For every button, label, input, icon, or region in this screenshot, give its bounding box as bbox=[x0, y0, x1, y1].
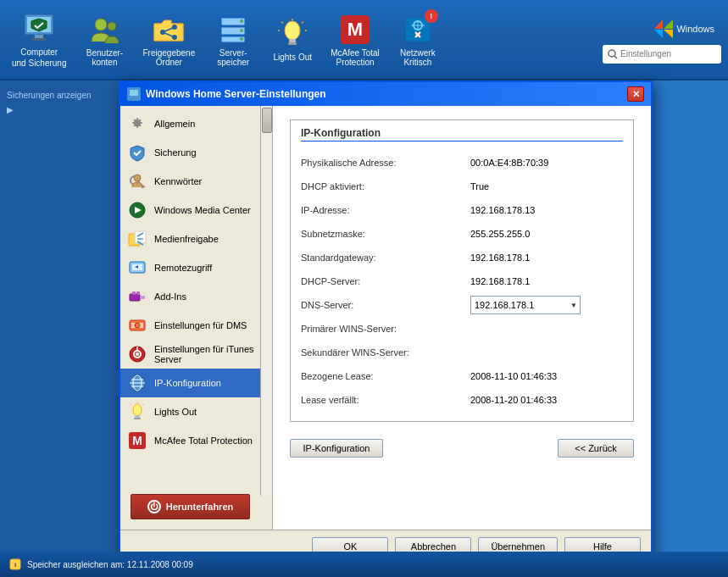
shutdown-label: Herunterfahren bbox=[166, 502, 233, 512]
left-panel-title[interactable]: Sicherungen anzeigen bbox=[3, 87, 115, 103]
dns-select[interactable]: 192.168.178.1 bbox=[470, 296, 581, 314]
back-button[interactable]: << Zurück bbox=[558, 439, 634, 458]
expand-arrow[interactable]: ▶ bbox=[3, 103, 115, 116]
field-gateway: Standardgateway: 192.168.178.1 bbox=[301, 248, 623, 267]
nav-sicherung-label: Sicherung bbox=[154, 147, 197, 158]
svg-line-35 bbox=[614, 56, 617, 58]
computer-icon bbox=[22, 11, 56, 45]
nav-item-remotezugriff[interactable]: Remotezugriff bbox=[120, 253, 272, 282]
nav-item-addins[interactable]: Add-Ins bbox=[120, 282, 272, 311]
nav-scrollbar[interactable] bbox=[260, 106, 272, 496]
plugin-icon bbox=[127, 286, 147, 307]
field-dns: DNS-Server: 192.168.178.1 bbox=[301, 296, 623, 314]
svg-text:M: M bbox=[347, 19, 363, 40]
svg-point-16 bbox=[240, 37, 243, 41]
nav-item-sicherung[interactable]: Sicherung bbox=[120, 138, 272, 167]
taskbar-top: Computer und Sicherung Benutzer-konten bbox=[0, 0, 728, 80]
search-bar[interactable] bbox=[603, 45, 721, 64]
svg-text:M: M bbox=[132, 434, 142, 447]
taskbar-item-freigabe[interactable]: FreigegebeneOrdner bbox=[135, 3, 204, 75]
content-buttons: IP-Konfiguration << Zurück bbox=[290, 439, 634, 458]
shutdown-icon: ⏻ bbox=[147, 500, 161, 513]
nav-item-itunes[interactable]: Einstellungen für iTunes Server bbox=[120, 340, 272, 369]
nav-item-medienfreigabe[interactable]: Medienfreigabe bbox=[120, 225, 272, 253]
label-lease-start: Bezogene Lease: bbox=[301, 371, 470, 381]
nav-addins-label: Add-Ins bbox=[154, 291, 186, 302]
ip-config-button[interactable]: IP-Konfiguration bbox=[290, 439, 383, 458]
dialog-close-button[interactable]: ✕ bbox=[627, 86, 644, 102]
svg-point-34 bbox=[609, 50, 615, 57]
svg-rect-37 bbox=[130, 90, 138, 96]
label-wins1: Primärer WINS-Server: bbox=[301, 324, 470, 334]
taskbar-benutzer-label: Benutzer-konten bbox=[86, 48, 123, 67]
nav-item-media[interactable]: Windows Media Center bbox=[120, 196, 272, 225]
dns-select-wrapper[interactable]: 192.168.178.1 bbox=[470, 296, 581, 314]
svg-rect-71 bbox=[134, 418, 141, 419]
status-text: Speicher ausgleichen am: 12.11.2008 00:0… bbox=[27, 560, 193, 569]
label-lease-end: Lease verfällt: bbox=[301, 395, 470, 405]
nav-item-mcafee[interactable]: M McAfee Total Protection bbox=[120, 426, 272, 455]
dialog-title: Windows Home Server-Einstellungen bbox=[146, 88, 326, 100]
lights-small-icon bbox=[127, 402, 147, 422]
field-subnet: Subnetzmaske: 255.255.255.0 bbox=[301, 225, 623, 243]
taskbar-item-computer[interactable]: Computer und Sicherung bbox=[3, 3, 75, 75]
nav-medienfreigabe-label: Medienfreigabe bbox=[154, 234, 219, 244]
search-icon bbox=[608, 49, 618, 59]
label-dhcpserver: DHCP-Server: bbox=[301, 276, 470, 286]
value-dhcpserver: 192.168.178.1 bbox=[470, 276, 530, 286]
label-gateway: Standardgateway: bbox=[301, 252, 470, 263]
taskbar-item-network[interactable]: ! NetzwerkKritisch bbox=[388, 3, 447, 75]
svg-line-21 bbox=[302, 22, 303, 23]
key-icon bbox=[127, 171, 147, 191]
network-badge: ! bbox=[425, 9, 438, 23]
svg-point-5 bbox=[108, 22, 116, 31]
svg-rect-53 bbox=[130, 294, 140, 301]
nav-ipconfig-label: IP-Konfiguration bbox=[154, 378, 221, 388]
taskbar-item-mcafee[interactable]: M McAfee TotalProtection bbox=[322, 3, 388, 75]
nav-itunes-label: Einstellungen für iTunes Server bbox=[154, 344, 265, 364]
label-physikalische: Physikalische Adresse: bbox=[301, 158, 470, 168]
nav-scrollbar-thumb[interactable] bbox=[262, 108, 272, 133]
value-subnet: 255.255.255.0 bbox=[470, 229, 530, 239]
taskbar-freigabe-label: FreigegebeneOrdner bbox=[143, 48, 196, 67]
nav-item-allgemein[interactable]: Allgemein bbox=[120, 109, 272, 138]
taskbar-item-benutzer[interactable]: Benutzer-konten bbox=[75, 3, 135, 75]
field-dhcpserver: DHCP-Server: 192.168.178.1 bbox=[301, 272, 623, 291]
svg-rect-19 bbox=[288, 42, 297, 45]
taskbar-item-network-wrap: ! NetzwerkKritisch bbox=[388, 3, 447, 75]
value-lease-end: 2008-11-20 01:46:33 bbox=[470, 395, 557, 405]
nav-kennwoerter-label: Kennwörter bbox=[154, 176, 202, 186]
svg-line-74 bbox=[131, 404, 131, 405]
taskbar-item-lights[interactable]: Lights Out bbox=[263, 3, 322, 75]
content-panel: IP-Konfiguration Physikalische Adresse: … bbox=[273, 106, 651, 530]
nav-item-dms[interactable]: Einstellungen für DMS bbox=[120, 311, 272, 340]
field-ip: IP-Adresse: 192.168.178.13 bbox=[301, 201, 623, 219]
svg-rect-55 bbox=[132, 291, 136, 295]
svg-rect-54 bbox=[140, 296, 145, 299]
network-icon: ! bbox=[401, 13, 435, 47]
ip-config-section: IP-Konfiguration Physikalische Adresse: … bbox=[290, 119, 634, 422]
value-ip: 192.168.178.13 bbox=[470, 205, 535, 215]
nav-mcafee-label: McAfee Total Protection bbox=[154, 436, 253, 446]
dialog-body: Allgemein Sicherung bbox=[120, 106, 651, 530]
svg-point-17 bbox=[285, 21, 300, 40]
shutdown-button[interactable]: ⏻ Herunterfahren bbox=[131, 494, 250, 519]
users-icon bbox=[88, 13, 122, 47]
taskbar-item-server[interactable]: Server-speicher bbox=[203, 3, 263, 75]
svg-rect-56 bbox=[136, 291, 140, 295]
taskbar-network-label: NetzwerkKritisch bbox=[400, 48, 436, 67]
dms-icon bbox=[127, 315, 147, 336]
search-input[interactable] bbox=[620, 49, 716, 58]
svg-rect-46 bbox=[135, 231, 146, 243]
nav-item-lightsout[interactable]: Lights Out bbox=[120, 397, 272, 426]
dialog-title-icon bbox=[127, 87, 141, 101]
taskbar-server-label: Server-speicher bbox=[217, 48, 249, 67]
svg-line-73 bbox=[142, 404, 143, 405]
nav-media-label: Windows Media Center bbox=[154, 205, 251, 215]
field-wins1: Primärer WINS-Server: bbox=[301, 319, 623, 338]
nav-item-ipconfig[interactable]: IP-Konfiguration bbox=[120, 369, 272, 397]
nav-item-kennwoerter[interactable]: Kennwörter bbox=[120, 167, 272, 196]
share-icon bbox=[127, 229, 147, 249]
shield-icon bbox=[127, 142, 147, 163]
taskbar-computer-label: Computer und Sicherung bbox=[12, 47, 67, 69]
